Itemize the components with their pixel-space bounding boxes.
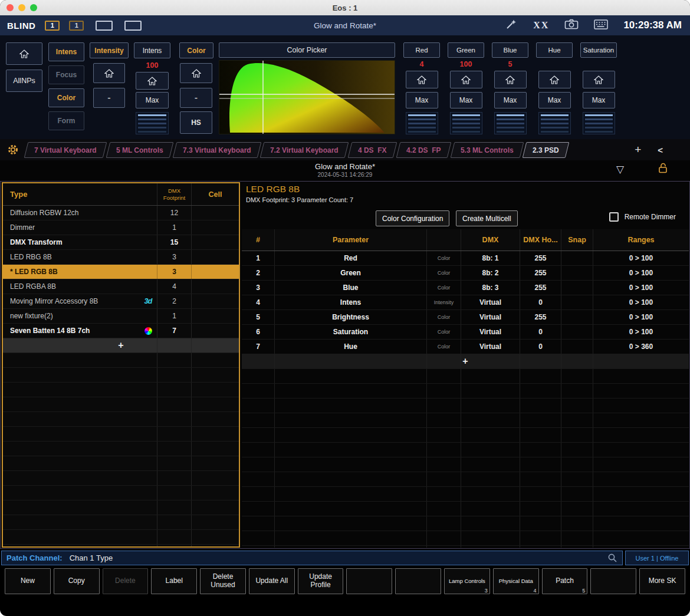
- param-green-fader[interactable]: [450, 112, 482, 134]
- add-fixture-button[interactable]: +: [3, 338, 239, 353]
- search-icon[interactable]: [607, 553, 617, 563]
- softkey-new[interactable]: New: [5, 568, 51, 594]
- parameter-row-empty[interactable]: [242, 487, 689, 502]
- param-red-home-button[interactable]: [406, 71, 438, 88]
- fixture-row-empty[interactable]: [3, 442, 239, 456]
- softkey-patch[interactable]: Patch5: [542, 568, 588, 594]
- fixture-row-empty[interactable]: [3, 412, 239, 427]
- keypad-icon[interactable]: [594, 19, 608, 32]
- parameter-row-empty[interactable]: [242, 502, 689, 516]
- minimize-button[interactable]: [18, 4, 25, 11]
- intens-max-button[interactable]: Max: [136, 92, 169, 108]
- param-saturation-home-button[interactable]: [583, 71, 615, 88]
- softkey-label[interactable]: Label: [151, 568, 197, 594]
- fixture-row-empty[interactable]: [3, 368, 239, 383]
- fixture-row-dimmer[interactable]: Dimmer1: [3, 220, 239, 235]
- parameter-row-empty[interactable]: [242, 413, 689, 428]
- intensity-minus-button[interactable]: -: [93, 88, 125, 108]
- fixture-row-empty[interactable]: [3, 397, 239, 412]
- intens-home-button[interactable]: [136, 72, 169, 90]
- category-intens-button[interactable]: Intens: [48, 42, 84, 61]
- home-button[interactable]: [6, 42, 42, 65]
- tab-7-2-virtual-keyboard[interactable]: 7.2 Virtual Keyboard: [260, 142, 349, 158]
- parameter-row-red[interactable]: 1RedColor8b: 12550 > 100: [242, 251, 689, 266]
- softkey-update-profile[interactable]: Update Profile: [298, 568, 344, 594]
- param-blue-home-button[interactable]: [494, 71, 527, 88]
- parameter-row-empty[interactable]: [242, 457, 689, 472]
- frame-icon-1[interactable]: [96, 21, 113, 31]
- tab-2-3-psd[interactable]: 2.3 PSD: [523, 142, 569, 158]
- param-hue-max-button[interactable]: Max: [538, 92, 571, 108]
- display-badge-2[interactable]: 1: [69, 21, 84, 31]
- param-blue-button[interactable]: Blue: [492, 42, 528, 58]
- category-form-button[interactable]: Form: [48, 111, 84, 130]
- tab-5-3-ml-controls[interactable]: 5.3 ML Controls: [450, 142, 524, 158]
- softkey-delete-unused[interactable]: Delete Unused: [200, 568, 246, 594]
- softkey-lamp-controls[interactable]: Lamp Controls3: [444, 568, 490, 594]
- fixture-row-led-rgba-8b[interactable]: LED RGBA 8B4: [3, 279, 239, 294]
- fixture-row-diffusion-rgbw-12ch[interactable]: Diffusion RGBW 12ch12: [3, 206, 239, 220]
- parameter-row-hue[interactable]: 7HueColorVirtual00 > 360: [242, 340, 689, 354]
- remote-dimmer-checkbox[interactable]: [609, 212, 619, 222]
- param-green-home-button[interactable]: [450, 71, 482, 88]
- tab-scroll-left-button[interactable]: <: [658, 145, 663, 155]
- color-minus-button[interactable]: -: [180, 88, 212, 108]
- fixture-row-empty[interactable]: [3, 486, 239, 500]
- parameter-row-empty[interactable]: [242, 472, 689, 487]
- category-focus-button[interactable]: Focus: [48, 65, 84, 84]
- intensity-button[interactable]: Intensity: [90, 42, 129, 58]
- macro-icon[interactable]: XX: [533, 20, 549, 31]
- param-hue-button[interactable]: Hue: [536, 42, 573, 58]
- tab-7-3-virtual-keyboard[interactable]: 7.3 Virtual Keyboard: [172, 142, 261, 158]
- fixture-row-dmx-transform[interactable]: DMX Transform15: [3, 235, 239, 250]
- parameter-row-empty[interactable]: [242, 531, 689, 546]
- tab-7-virtual-keyboard[interactable]: 7 Virtual Keyboard: [24, 142, 107, 158]
- gear-icon[interactable]: [7, 144, 19, 156]
- fixture-row-seven-batten-14-8b-7ch[interactable]: Seven Batten 14 8B 7ch7: [3, 324, 239, 338]
- camera-icon[interactable]: [564, 19, 579, 32]
- frame-icon-2[interactable]: [124, 21, 142, 31]
- color-picker-header[interactable]: Color Picker: [219, 42, 395, 58]
- color-button[interactable]: Color: [179, 42, 213, 58]
- wand-icon[interactable]: [505, 18, 518, 33]
- param-blue-max-button[interactable]: Max: [494, 92, 527, 108]
- softkey-update-all[interactable]: Update All: [249, 568, 295, 594]
- color-home-button[interactable]: [180, 63, 212, 83]
- parameter-row-saturation[interactable]: 6SaturationColorVirtual00 > 100: [242, 325, 689, 340]
- parameter-row-empty[interactable]: [242, 443, 689, 457]
- fixture-row-moving-mirror-accessory-8b[interactable]: Moving Mirror Accessory 8B3d2: [3, 294, 239, 309]
- fixture-row-empty[interactable]: [3, 383, 239, 397]
- intens-button[interactable]: Intens: [134, 42, 170, 58]
- fixture-row-new-fixture-2[interactable]: new fixture(2)1: [3, 309, 239, 324]
- parameter-row-empty[interactable]: [242, 516, 689, 531]
- softkey-empty[interactable]: [590, 568, 636, 594]
- parameter-row-empty[interactable]: [242, 546, 689, 548]
- allnps-button[interactable]: AllNPs: [6, 70, 42, 92]
- softkey-delete[interactable]: Delete: [103, 568, 149, 594]
- parameter-row-empty[interactable]: [242, 398, 689, 413]
- parameter-row-brightness[interactable]: 5BrightnessColorVirtual2550 > 100: [242, 310, 689, 325]
- fixture-row-empty[interactable]: [3, 515, 239, 530]
- fixture-row-empty[interactable]: [3, 530, 239, 545]
- user-status-button[interactable]: User 1 | Offline: [625, 551, 689, 565]
- softkey-empty[interactable]: [395, 568, 441, 594]
- param-blue-fader[interactable]: [494, 112, 527, 134]
- tab-5-ml-controls[interactable]: 5 ML Controls: [106, 142, 173, 158]
- add-tab-button[interactable]: +: [635, 143, 641, 156]
- parameter-row-green[interactable]: 2GreenColor8b: 22550 > 100: [242, 266, 689, 281]
- fixture-row-led-rbg-8b[interactable]: LED RBG 8B3: [3, 250, 239, 265]
- param-red-fader[interactable]: [406, 112, 438, 134]
- param-red-button[interactable]: Red: [403, 42, 440, 58]
- intens-fader[interactable]: [136, 112, 169, 134]
- softkey-empty[interactable]: [346, 568, 392, 594]
- intensity-home-button[interactable]: [93, 63, 125, 83]
- param-saturation-max-button[interactable]: Max: [583, 92, 615, 108]
- triangle-icon[interactable]: ▽: [616, 163, 624, 176]
- fixture-row-empty[interactable]: [3, 545, 239, 548]
- softkey-physical-data[interactable]: Physical Data4: [493, 568, 539, 594]
- color-picker-gamut[interactable]: [219, 60, 395, 134]
- unlock-icon[interactable]: [657, 162, 669, 176]
- param-hue-fader[interactable]: [538, 112, 571, 134]
- add-parameter-button[interactable]: +: [242, 354, 689, 369]
- fixture-row-empty[interactable]: [3, 353, 239, 368]
